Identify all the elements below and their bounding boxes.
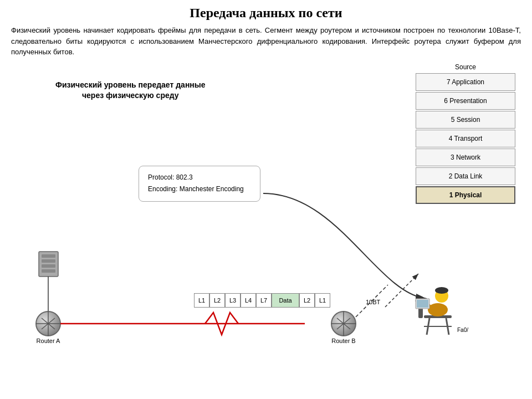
svg-text:10BT: 10BT bbox=[366, 299, 381, 305]
source-label: Source bbox=[416, 63, 515, 71]
physical-layer-text: Физический уровень передает данные через… bbox=[55, 80, 206, 101]
person-icon: Fa0/0 bbox=[407, 268, 468, 340]
svg-rect-2 bbox=[42, 254, 55, 258]
osi-layer-6-presentation: 6 Presentation bbox=[416, 92, 515, 110]
page-title: Передача данных по сети bbox=[11, 6, 521, 21]
osi-layer-5-session: 5 Session bbox=[416, 111, 515, 129]
svg-text:Fa0/0: Fa0/0 bbox=[457, 327, 468, 333]
description-text: Физический уровень начинает кодировать ф… bbox=[11, 25, 521, 58]
main-area: Физический уровень передает данные через… bbox=[11, 63, 521, 357]
svg-point-27 bbox=[428, 303, 448, 316]
osi-layer-3-network: 3 Network bbox=[416, 149, 515, 166]
svg-rect-5 bbox=[42, 269, 55, 273]
osi-layer-7-application: 7 Application bbox=[416, 73, 515, 91]
protocol-box: Protocol: 802.3 Encoding: Manchester Enc… bbox=[139, 166, 260, 202]
osi-layer-1-physical: 1 Physical bbox=[416, 186, 515, 204]
osi-stack: Source 7 Application 6 Presentation 5 Se… bbox=[416, 63, 515, 205]
page-container: Передача данных по сети Физический урове… bbox=[0, 0, 532, 399]
svg-rect-3 bbox=[42, 259, 55, 263]
svg-text:Router B: Router B bbox=[331, 337, 355, 344]
protocol-line1: Protocol: 802.3 bbox=[148, 172, 251, 184]
network-diagram: Router A Router B 10BT bbox=[11, 252, 427, 357]
svg-rect-4 bbox=[42, 264, 55, 268]
osi-layer-2-datalink: 2 Data Link bbox=[416, 167, 515, 185]
protocol-line2: Encoding: Manchester Encoding bbox=[148, 183, 251, 196]
svg-point-29 bbox=[435, 287, 448, 294]
svg-rect-32 bbox=[417, 300, 428, 308]
osi-layer-4-transport: 4 Transport bbox=[416, 130, 515, 147]
svg-text:Router A: Router A bbox=[37, 337, 60, 344]
